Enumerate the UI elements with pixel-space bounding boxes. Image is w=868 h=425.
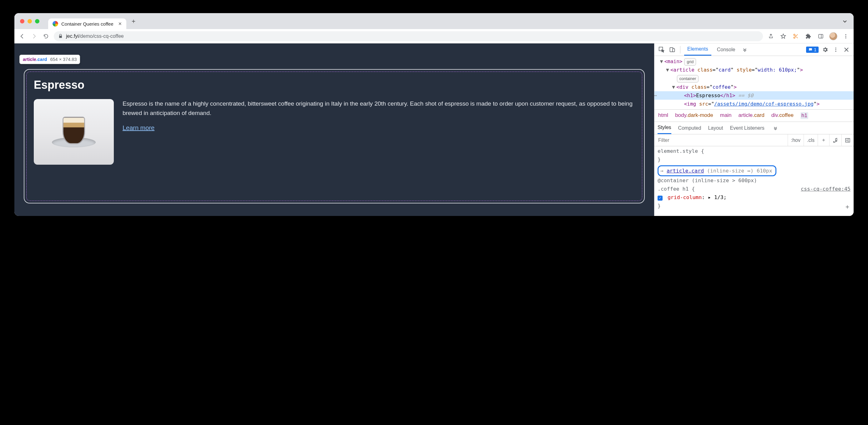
devtools-menu-icon[interactable]: [832, 45, 840, 54]
inspect-tooltip: article.card 654 × 374.83: [20, 55, 80, 64]
hov-toggle[interactable]: :hov: [788, 134, 804, 146]
at-container-rule: @container (inline-size > 600px): [657, 176, 850, 185]
side-panel-icon[interactable]: [817, 32, 825, 40]
tab-strip: Container Queries coffee ✕ ＋: [14, 13, 854, 29]
svg-point-12: [833, 141, 834, 142]
svg-point-9: [835, 47, 836, 48]
dom-node-main[interactable]: ▼<main>grid: [657, 57, 851, 66]
cls-toggle[interactable]: .cls: [804, 134, 818, 146]
rule-selector: .coffee h1 {: [657, 186, 695, 192]
dom-node-div[interactable]: ▼<div class="coffee">: [657, 83, 851, 91]
styles-filter-bar: :hov .cls ＋: [654, 134, 854, 146]
container-info-row: → article.card (inline-size ↔) 610px: [657, 165, 850, 176]
crumb-main[interactable]: main: [720, 112, 732, 119]
inspect-element-icon[interactable]: [657, 45, 666, 54]
close-devtools-icon[interactable]: [842, 45, 850, 54]
rule-property-row[interactable]: ✓ grid-column: ▸ 1/3;: [657, 193, 850, 202]
container-selector-link[interactable]: article.card: [666, 168, 704, 174]
tab-title: Container Queries coffee: [61, 21, 114, 27]
address-bar: jec.fyi/demo/css-cq-coffee: [14, 29, 854, 43]
card-body: Espresso is the name of a highly concent…: [34, 99, 635, 165]
close-tab-icon[interactable]: ✕: [118, 21, 122, 26]
extensions-icon[interactable]: [804, 32, 812, 40]
add-property-icon[interactable]: ＋: [844, 202, 850, 212]
page-viewport: article.card 654 × 374.83 Espresso Espre…: [14, 43, 654, 216]
property-enabled-checkbox[interactable]: ✓: [657, 196, 662, 201]
svg-point-10: [835, 49, 836, 50]
bookmark-icon[interactable]: [779, 32, 787, 40]
coffee-card: Espresso Espresso is the name of a highl…: [24, 69, 645, 203]
profile-avatar[interactable]: [829, 32, 837, 40]
crumb-div[interactable]: div.coffee: [771, 112, 794, 119]
dom-node-h1-selected[interactable]: <h1>Espresso</h1> == $0: [654, 91, 854, 100]
lock-icon: [58, 34, 63, 38]
favicon-icon: [53, 21, 58, 27]
kebab-menu-icon[interactable]: [842, 32, 850, 40]
back-button[interactable]: [18, 32, 26, 40]
toolbar-right: [767, 32, 850, 40]
crumb-html[interactable]: html: [658, 112, 668, 119]
crumb-h1[interactable]: h1: [801, 112, 808, 119]
fullscreen-window-icon[interactable]: [35, 19, 39, 24]
svg-point-3: [845, 34, 846, 35]
svg-point-11: [835, 51, 836, 52]
coffee-image: [34, 99, 114, 165]
dom-badge-container[interactable]: container: [657, 74, 851, 83]
crumb-body[interactable]: body.dark-mode: [675, 112, 713, 119]
dom-node-article[interactable]: ▼<article class="card" style="width: 610…: [657, 66, 851, 74]
close-window-icon[interactable]: [20, 19, 24, 24]
minimize-window-icon[interactable]: [28, 19, 32, 24]
property-value: 1/3: [714, 194, 723, 200]
dom-breadcrumbs[interactable]: html body.dark-mode main article.card di…: [654, 109, 854, 122]
element-style-open: element.style {: [657, 147, 850, 155]
reload-button[interactable]: [42, 32, 50, 40]
dom-node-img[interactable]: <img src="/assets/img/demo/cof-espresso.…: [657, 100, 851, 108]
svg-point-5: [845, 37, 846, 38]
scissors-icon[interactable]: [792, 32, 800, 40]
device-toolbar-icon[interactable]: [668, 45, 676, 54]
rule-block: css-cq-coffee:45 .coffee h1 {: [657, 185, 850, 193]
learn-more-link[interactable]: Learn more: [123, 124, 154, 132]
devtools-toolbar: Elements Console 1: [654, 43, 854, 56]
styles-tabs: Styles Computed Layout Event Listeners: [654, 122, 854, 134]
new-tab-button[interactable]: ＋: [129, 17, 138, 26]
crumb-article[interactable]: article.card: [739, 112, 765, 119]
browser-tab[interactable]: Container Queries coffee ✕: [48, 19, 126, 29]
svg-point-4: [845, 36, 846, 37]
tooltip-selector: article.card: [23, 57, 47, 62]
card-description: Espresso is the name of a highly concent…: [123, 99, 635, 118]
window-controls: [14, 19, 45, 24]
rule-source-link[interactable]: css-cq-coffee:45: [801, 185, 850, 193]
browser-window: Container Queries coffee ✕ ＋ jec.fyi/dem…: [14, 13, 854, 216]
more-subtabs-icon[interactable]: [771, 124, 779, 132]
element-style-close: }: [657, 155, 850, 164]
omnibox[interactable]: jec.fyi/demo/css-cq-coffee: [54, 31, 763, 41]
issues-badge[interactable]: 1: [806, 46, 818, 53]
share-icon[interactable]: [767, 32, 775, 40]
tab-console[interactable]: Console: [714, 43, 739, 56]
new-style-rule-icon[interactable]: ＋: [818, 134, 829, 146]
tabs-overflow-icon[interactable]: [842, 19, 847, 24]
computed-sidebar-toggle-icon[interactable]: [841, 134, 854, 146]
settings-icon[interactable]: [821, 45, 829, 54]
subtab-computed[interactable]: Computed: [678, 125, 701, 131]
subtab-layout[interactable]: Layout: [708, 125, 723, 131]
svg-point-13: [836, 140, 837, 141]
tooltip-dimensions: 654 × 374.83: [50, 57, 76, 62]
subtab-styles[interactable]: Styles: [657, 122, 671, 134]
rendering-emulations-icon[interactable]: [829, 134, 841, 146]
tab-elements[interactable]: Elements: [684, 43, 711, 56]
container-highlight: → article.card (inline-size ↔) 610px: [657, 165, 776, 176]
styles-filter-input[interactable]: [654, 137, 788, 143]
forward-button[interactable]: [30, 32, 38, 40]
card-heading: Espresso: [34, 78, 635, 92]
subtab-event-listeners[interactable]: Event Listeners: [730, 125, 764, 131]
svg-point-1: [794, 37, 795, 38]
content-row: article.card 654 × 374.83 Espresso Espre…: [14, 43, 854, 216]
svg-point-0: [794, 34, 795, 36]
more-tabs-icon[interactable]: [741, 45, 749, 54]
dom-tree[interactable]: ▼<main>grid ▼<article class="card" style…: [654, 56, 854, 109]
styles-pane[interactable]: element.style { } → article.card (inline…: [654, 146, 854, 214]
url-text: jec.fyi/demo/css-cq-coffee: [66, 33, 124, 39]
card-text-column: Espresso is the name of a highly concent…: [123, 99, 635, 165]
